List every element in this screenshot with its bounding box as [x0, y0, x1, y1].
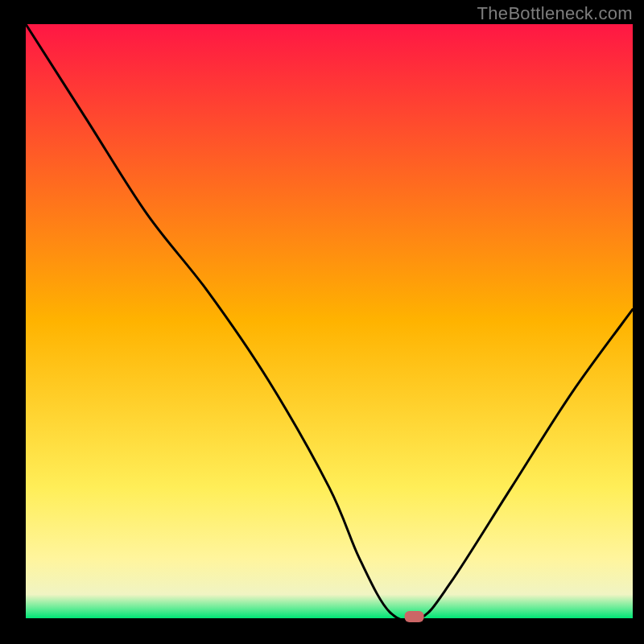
bottleneck-chart: [0, 0, 644, 644]
plot-background: [26, 24, 633, 618]
watermark-text: TheBottleneck.com: [477, 3, 633, 24]
minimum-marker: [405, 611, 424, 622]
chart-outer-frame: TheBottleneck.com: [0, 0, 644, 644]
